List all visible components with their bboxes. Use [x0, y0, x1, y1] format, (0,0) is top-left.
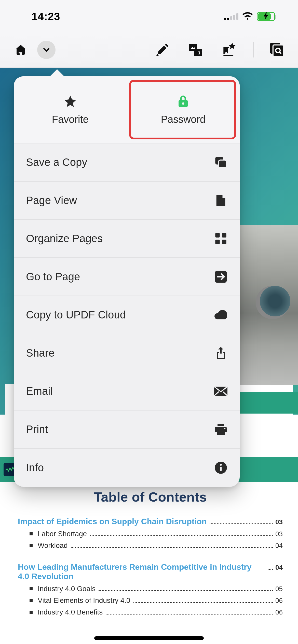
toc-heading: How Leading Manufacturers Remain Competi…: [18, 562, 283, 581]
status-time: 14:23: [32, 10, 60, 23]
charging-icon: [263, 12, 268, 21]
home-icon[interactable]: [13, 42, 29, 58]
menu-item-label: Go to Page: [26, 271, 80, 283]
toc-sub-label: Workload: [38, 541, 68, 550]
menu-item-page-view[interactable]: Page View: [14, 182, 240, 220]
grid-icon: [214, 232, 227, 245]
toc-page: 03: [275, 518, 283, 526]
svg-rect-13: [222, 240, 226, 244]
menu-item-label: Share: [26, 347, 55, 359]
status-right: [224, 12, 275, 21]
cloud-icon: [214, 308, 227, 321]
menu-item-label: Print: [26, 423, 48, 435]
menu-item-info[interactable]: Info: [14, 449, 240, 487]
goto-icon: [214, 270, 227, 283]
toc-heading: Impact of Epidemics on Supply Chain Disr…: [18, 517, 283, 526]
main-menu-dropdown: Favorite Password Save a Copy Page View …: [14, 76, 240, 487]
svg-rect-17: [220, 467, 222, 471]
highlighter-icon[interactable]: [154, 42, 170, 58]
pages-search-icon[interactable]: [269, 42, 285, 58]
toc-sub-item: Industry 4.0 Goals05: [30, 585, 283, 593]
toc-sub-label: Vital Elements of Industry 4.0: [38, 596, 130, 605]
svg-point-18: [220, 464, 222, 466]
toc-heading-text: Impact of Epidemics on Supply Chain Disr…: [18, 517, 207, 526]
toc-page: 05: [275, 585, 283, 593]
app-toolbar: T: [0, 33, 298, 67]
toolbar-divider: [253, 42, 254, 57]
password-tab-label: Password: [161, 114, 206, 125]
print-icon: [214, 423, 227, 436]
menu-item-copy-cloud[interactable]: Copy to UPDF Cloud: [14, 296, 240, 334]
image-edit-icon[interactable]: [222, 42, 237, 58]
lock-icon: [176, 94, 190, 108]
email-icon: [214, 385, 227, 398]
page-icon: [214, 194, 227, 207]
toc-heading-text: How Leading Manufacturers Remain Competi…: [18, 562, 265, 581]
toc-sub-label: Industry 4.0 Goals: [38, 585, 96, 593]
svg-rect-11: [222, 233, 226, 237]
toc-sub-item: Vital Elements of Industry 4.006: [30, 596, 283, 605]
toc-sub-item: Labor Shortage03: [30, 530, 283, 538]
svg-rect-9: [219, 160, 226, 168]
toc-title: Table of Contents: [18, 489, 283, 505]
svg-text:T: T: [198, 49, 201, 56]
toc-page: 03: [275, 530, 283, 538]
svg-rect-10: [215, 233, 220, 237]
document-content: Table of Contents Impact of Epidemics on…: [18, 489, 283, 620]
favorite-tab[interactable]: Favorite: [14, 76, 127, 143]
password-tab[interactable]: Password: [127, 76, 240, 143]
svg-rect-5: [273, 45, 283, 56]
menu-item-go-to-page[interactable]: Go to Page: [14, 258, 240, 296]
toc-page: 04: [275, 542, 283, 550]
menu-toggle-button[interactable]: [37, 41, 56, 59]
menu-item-label: Info: [26, 462, 44, 474]
menu-item-label: Copy to UPDF Cloud: [26, 309, 126, 321]
document-photo: [232, 225, 298, 385]
toc-sub-label: Industry 4.0 Benefits: [38, 608, 103, 616]
wifi-icon: [242, 12, 253, 21]
menu-item-email[interactable]: Email: [14, 372, 240, 411]
signal-icon: [224, 13, 238, 20]
menu-item-print[interactable]: Print: [14, 411, 240, 449]
copy-icon: [214, 156, 227, 169]
menu-item-label: Page View: [26, 194, 77, 207]
info-icon: [214, 461, 227, 474]
toc-sub-label: Labor Shortage: [38, 530, 87, 538]
image-text-icon[interactable]: T: [188, 42, 204, 58]
chevron-down-icon: [42, 45, 51, 55]
toc-page: 06: [275, 597, 283, 605]
home-indicator[interactable]: [94, 636, 204, 640]
toc-sub-item: Workload04: [30, 541, 283, 550]
menu-item-label: Organize Pages: [26, 232, 103, 245]
share-icon: [214, 346, 227, 360]
menu-item-share[interactable]: Share: [14, 334, 240, 372]
favorite-tab-label: Favorite: [52, 114, 89, 125]
menu-item-organize-pages[interactable]: Organize Pages: [14, 220, 240, 258]
svg-rect-12: [215, 240, 220, 244]
toc-sub-item: Industry 4.0 Benefits06: [30, 608, 283, 616]
status-bar: 14:23: [0, 0, 298, 33]
star-icon: [63, 94, 77, 108]
menu-item-save-copy[interactable]: Save a Copy: [14, 143, 240, 182]
battery-icon: [257, 12, 275, 21]
toc-page: 04: [275, 564, 283, 572]
menu-item-label: Email: [26, 385, 53, 397]
toc-page: 06: [275, 608, 283, 616]
menu-item-label: Save a Copy: [26, 156, 87, 168]
